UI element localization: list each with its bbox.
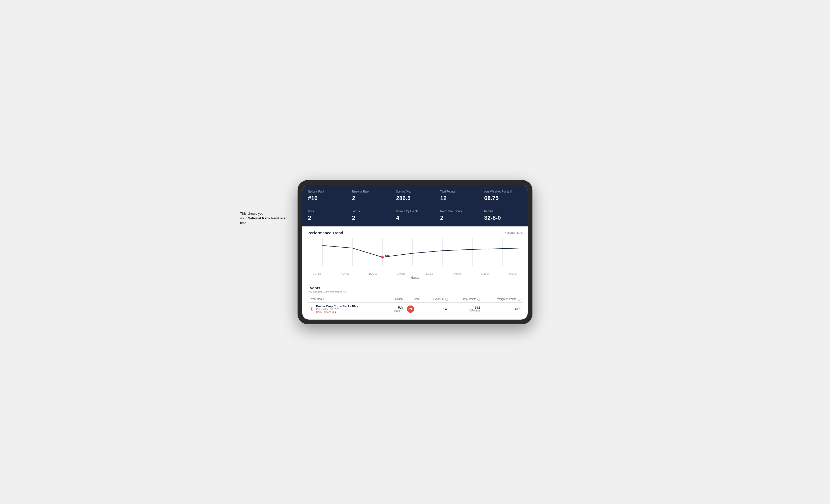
col-total-points: Total Points i: [450, 296, 482, 303]
stats-row-2: Wins 2 Top 3s 2 Stroke Play Events 4 Mat…: [302, 207, 528, 227]
chart-x-labels: OCT 23 NOV 23 DEC 23 JAN 24 FEB 24 MAR 2…: [308, 273, 522, 275]
event-weighted-points: 28.3: [482, 302, 522, 316]
event-score: -22: [405, 302, 422, 316]
rank-impact-arrow: ▼: [334, 311, 337, 313]
col-weighted-points: Weighted Points i: [482, 296, 522, 303]
event-sg: 0.45: [422, 302, 450, 316]
table-row: 🏌 Buster Cozy Cup – Stroke Play Oct 9 – …: [308, 302, 522, 316]
col-score: Score: [405, 296, 422, 303]
chart-x-axis-label: Months: [308, 276, 522, 279]
info-icon-avg-weighted: i: [510, 191, 513, 193]
events-last-updated: Last updated: 24th November 2023: [308, 291, 522, 294]
annotation-text: This shows you your National Rank trend …: [240, 211, 292, 226]
stat-scoring-avg: Scoring Avg. 286.5: [393, 187, 437, 204]
col-event-sg: Event SG i: [422, 296, 450, 303]
stat-regional-rank: Regional Rank 2: [349, 187, 393, 204]
event-position: 6th out of 7: [385, 302, 405, 316]
stat-wins: Wins 2: [305, 207, 349, 224]
performance-section: Performance Trend National Rank: [302, 227, 528, 282]
chart-svg: #10: [308, 238, 522, 272]
info-icon-weighted-points: i: [518, 298, 520, 301]
stat-avg-weighted: Avg. Weighted Points i 68.75: [481, 187, 525, 204]
info-icon-event-sg: i: [445, 298, 448, 301]
col-event-name: Event Name: [308, 296, 385, 303]
events-title: Events: [308, 285, 522, 290]
stat-record: Record 32-8-0: [481, 207, 525, 224]
stat-top3s: Top 3s 2: [349, 207, 393, 224]
tablet-frame: National Rank #10 Regional Rank 2 Scorin…: [297, 180, 533, 324]
col-position: Position: [385, 296, 405, 303]
events-table: Event Name Position Score Event SG i Tot…: [308, 296, 522, 316]
events-section: Events Last updated: 24th November 2023 …: [302, 282, 528, 320]
performance-header: Performance Trend National Rank: [308, 231, 522, 235]
event-total-points: 28.3 3 Rounds: [450, 302, 482, 316]
stat-national-rank: National Rank #10: [305, 187, 349, 204]
performance-chart: #10: [308, 238, 522, 272]
chart-datapoint: [381, 256, 384, 259]
chart-label: #10: [385, 254, 390, 257]
tablet-screen: National Rank #10 Regional Rank 2 Scorin…: [302, 185, 528, 320]
stat-match-play: Match Play Events 2: [437, 207, 481, 224]
events-table-header: Event Name Position Score Event SG i Tot…: [308, 296, 522, 303]
stats-row-1: National Rank #10 Regional Rank 2 Scorin…: [302, 185, 528, 207]
stat-stroke-play: Stroke Play Events 4: [393, 207, 437, 224]
event-name-cell: 🏌 Buster Cozy Cup – Stroke Play Oct 9 – …: [308, 302, 385, 316]
stat-total-rounds: Total Rounds 12: [437, 187, 481, 204]
event-icon: 🏌: [310, 307, 314, 311]
info-icon-total-points: i: [477, 298, 480, 301]
